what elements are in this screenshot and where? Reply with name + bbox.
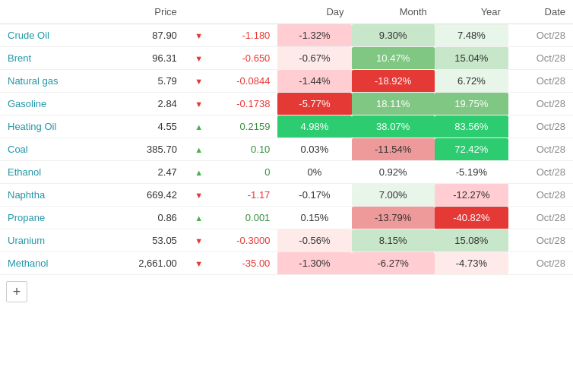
arrow-down-icon: ▼ xyxy=(195,100,203,109)
commodity-change: 0.10 xyxy=(213,138,277,161)
commodity-date: Oct/28 xyxy=(508,184,573,207)
table-row: Heating Oil4.55▲0.21594.98%38.07%83.56%O… xyxy=(0,115,573,138)
commodity-price: 0.86 xyxy=(111,207,185,229)
commodity-name[interactable]: Brent xyxy=(0,47,111,70)
commodity-year: -5.19% xyxy=(435,161,508,184)
header-month: Month xyxy=(352,0,435,24)
arrow-up-icon: ▲ xyxy=(195,145,203,154)
commodity-price: 385.70 xyxy=(111,138,185,161)
commodity-arrow: ▼ xyxy=(185,252,214,275)
commodity-price: 2.47 xyxy=(111,161,185,184)
commodity-arrow: ▲ xyxy=(185,207,214,229)
commodity-month: -13.79% xyxy=(352,207,435,229)
commodity-price: 87.90 xyxy=(111,24,185,47)
commodity-name[interactable]: Natural gas xyxy=(0,70,111,93)
commodity-change: -1.180 xyxy=(213,24,277,47)
commodity-date: Oct/28 xyxy=(508,47,573,70)
commodity-name[interactable]: Uranium xyxy=(0,229,111,252)
table-header-row: Price Day Month Year Date xyxy=(0,0,573,24)
commodity-name[interactable]: Gasoline xyxy=(0,93,111,115)
commodity-date: Oct/28 xyxy=(508,229,573,252)
commodity-name[interactable]: Methanol xyxy=(0,252,111,275)
header-price: Price xyxy=(111,0,185,24)
table-row: Methanol2,661.00▼-35.00-1.30%-6.27%-4.73… xyxy=(0,252,573,275)
commodity-year: 15.08% xyxy=(435,229,508,252)
commodity-name[interactable]: Coal xyxy=(0,138,111,161)
commodity-day: -0.56% xyxy=(277,229,351,252)
table-row: Naphtha669.42▼-1.17-0.17%7.00%-12.27%Oct… xyxy=(0,184,573,207)
commodity-month: 0.92% xyxy=(352,161,435,184)
commodity-price: 2,661.00 xyxy=(111,252,185,275)
commodity-arrow: ▼ xyxy=(185,229,214,252)
commodity-month: 18.11% xyxy=(352,93,435,115)
arrow-down-icon: ▼ xyxy=(195,31,203,40)
commodity-name[interactable]: Crude Oil xyxy=(0,24,111,47)
commodity-change: -0.3000 xyxy=(213,229,277,252)
commodity-day: 0.15% xyxy=(277,207,351,229)
table-row: Ethanol2.47▲00%0.92%-5.19%Oct/28 xyxy=(0,161,573,184)
commodity-day: -1.44% xyxy=(277,70,351,93)
commodity-name[interactable]: Ethanol xyxy=(0,161,111,184)
commodity-change: -1.17 xyxy=(213,184,277,207)
table-row: Propane0.86▲0.0010.15%-13.79%-40.82%Oct/… xyxy=(0,207,573,229)
commodity-month: 9.30% xyxy=(352,24,435,47)
commodity-name[interactable]: Naphtha xyxy=(0,184,111,207)
commodities-table: Price Day Month Year Date Crude Oil87.90… xyxy=(0,0,573,275)
add-row-container: + xyxy=(0,275,573,308)
commodity-day: -1.30% xyxy=(277,252,351,275)
commodity-year: 15.04% xyxy=(435,47,508,70)
arrow-down-icon: ▼ xyxy=(195,236,203,245)
commodity-day: -5.77% xyxy=(277,93,351,115)
table-row: Coal385.70▲0.100.03%-11.54%72.42%Oct/28 xyxy=(0,138,573,161)
commodity-date: Oct/28 xyxy=(508,252,573,275)
commodity-year: 7.48% xyxy=(435,24,508,47)
commodity-month: 38.07% xyxy=(352,115,435,138)
commodity-arrow: ▼ xyxy=(185,184,214,207)
header-arrow xyxy=(185,0,214,24)
arrow-down-icon: ▼ xyxy=(195,77,203,86)
commodity-arrow: ▼ xyxy=(185,93,214,115)
commodity-price: 5.79 xyxy=(111,70,185,93)
commodity-year: -12.27% xyxy=(435,184,508,207)
commodity-day: 0% xyxy=(277,161,351,184)
table-row: Natural gas5.79▼-0.0844-1.44%-18.92%6.72… xyxy=(0,70,573,93)
commodity-change: 0 xyxy=(213,161,277,184)
commodity-month: -18.92% xyxy=(352,70,435,93)
commodity-month: 10.47% xyxy=(352,47,435,70)
commodity-year: 6.72% xyxy=(435,70,508,93)
commodity-month: -11.54% xyxy=(352,138,435,161)
add-commodity-button[interactable]: + xyxy=(6,281,27,302)
commodity-arrow: ▲ xyxy=(185,115,214,138)
commodity-day: 4.98% xyxy=(277,115,351,138)
commodity-change: 0.2159 xyxy=(213,115,277,138)
commodity-arrow: ▼ xyxy=(185,47,214,70)
commodity-day: -0.67% xyxy=(277,47,351,70)
commodity-date: Oct/28 xyxy=(508,138,573,161)
arrow-up-icon: ▲ xyxy=(195,122,203,131)
arrow-down-icon: ▼ xyxy=(195,54,203,63)
table-row: Uranium53.05▼-0.3000-0.56%8.15%15.08%Oct… xyxy=(0,229,573,252)
commodity-price: 53.05 xyxy=(111,229,185,252)
commodity-day: -0.17% xyxy=(277,184,351,207)
commodity-name[interactable]: Propane xyxy=(0,207,111,229)
commodity-change: 0.001 xyxy=(213,207,277,229)
commodity-day: 0.03% xyxy=(277,138,351,161)
commodity-year: 83.56% xyxy=(435,115,508,138)
commodity-arrow: ▼ xyxy=(185,24,214,47)
commodity-date: Oct/28 xyxy=(508,93,573,115)
commodity-date: Oct/28 xyxy=(508,70,573,93)
commodity-change: -0.650 xyxy=(213,47,277,70)
commodity-change: -0.1738 xyxy=(213,93,277,115)
commodity-date: Oct/28 xyxy=(508,115,573,138)
commodity-name[interactable]: Heating Oil xyxy=(0,115,111,138)
commodity-month: 7.00% xyxy=(352,184,435,207)
header-change xyxy=(213,0,277,24)
commodity-year: 19.75% xyxy=(435,93,508,115)
commodity-price: 669.42 xyxy=(111,184,185,207)
arrow-up-icon: ▲ xyxy=(195,168,203,177)
commodity-date: Oct/28 xyxy=(508,24,573,47)
table-row: Crude Oil87.90▼-1.180-1.32%9.30%7.48%Oct… xyxy=(0,24,573,47)
commodity-change: -35.00 xyxy=(213,252,277,275)
commodity-arrow: ▲ xyxy=(185,138,214,161)
header-day: Day xyxy=(277,0,351,24)
